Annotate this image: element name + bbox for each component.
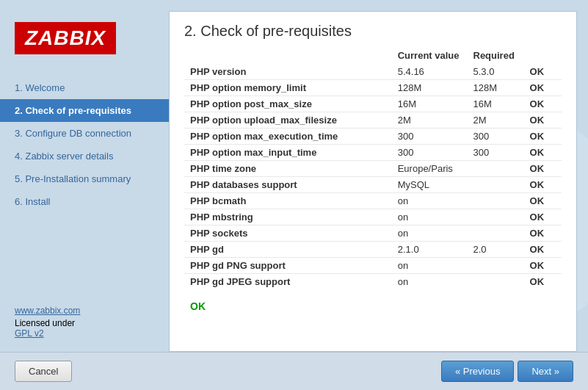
- row-required: 128M: [468, 80, 524, 96]
- sidebar-footer: www.zabbix.com Licensed under GPL v2: [0, 295, 169, 352]
- page-title: 2. Check of pre-requisites: [170, 12, 576, 47]
- row-status: OK: [524, 112, 562, 129]
- row-required: [468, 209, 524, 225]
- row-name: PHP option memory_limit: [184, 80, 392, 96]
- row-status: OK: [524, 258, 562, 274]
- sidebar-item-prereq[interactable]: 2. Check of pre-requisites: [0, 99, 169, 122]
- zabbix-link[interactable]: www.zabbix.com: [15, 306, 154, 316]
- prereq-table: Current value Required PHP version5.4.16…: [184, 47, 562, 289]
- table-row: PHP bcmathonOK: [184, 193, 562, 209]
- table-row: PHP version5.4.165.3.0OK: [184, 64, 562, 80]
- row-required: [468, 274, 524, 290]
- row-status: OK: [524, 145, 562, 161]
- row-name: PHP gd PNG support: [184, 258, 392, 274]
- row-required: 16M: [468, 96, 524, 112]
- col-header-name: [184, 47, 392, 64]
- row-name: PHP option post_max_size: [184, 96, 392, 112]
- row-status: OK: [524, 209, 562, 225]
- cancel-button[interactable]: Cancel: [15, 361, 72, 382]
- row-required: [468, 225, 524, 242]
- nav-buttons: « Previous Next »: [441, 361, 573, 382]
- row-current: 128M: [392, 80, 468, 96]
- row-current: 2.1.0: [392, 242, 468, 258]
- sidebar-item-preinstall[interactable]: 5. Pre-Installation summary: [0, 167, 169, 190]
- row-status: OK: [524, 64, 562, 80]
- row-status: OK: [524, 161, 562, 177]
- bottom-bar: Cancel « Previous Next »: [0, 352, 588, 390]
- row-name: PHP time zone: [184, 161, 392, 177]
- table-wrapper[interactable]: Current value Required PHP version5.4.16…: [170, 47, 576, 351]
- table-row: PHP gd JPEG supportonOK: [184, 274, 562, 290]
- col-header-status: [524, 47, 562, 64]
- row-required: [468, 193, 524, 209]
- row-current: 300: [392, 145, 468, 161]
- table-row: PHP socketsonOK: [184, 225, 562, 242]
- row-current: MySQL: [392, 177, 468, 193]
- row-current: 2M: [392, 112, 468, 129]
- row-current: 300: [392, 129, 468, 145]
- col-header-required: Required: [468, 47, 524, 64]
- summary-ok: OK: [184, 289, 562, 316]
- table-row: PHP gd2.1.02.0OK: [184, 242, 562, 258]
- row-current: on: [392, 225, 468, 242]
- row-required: 2.0: [468, 242, 524, 258]
- row-required: [468, 258, 524, 274]
- row-status: OK: [524, 225, 562, 242]
- row-name: PHP option max_input_time: [184, 145, 392, 161]
- next-button[interactable]: Next »: [518, 361, 573, 382]
- table-row: PHP mbstringonOK: [184, 209, 562, 225]
- row-name: PHP mbstring: [184, 209, 392, 225]
- row-status: OK: [524, 96, 562, 112]
- row-status: OK: [524, 177, 562, 193]
- row-current: Europe/Paris: [392, 161, 468, 177]
- row-required: 300: [468, 145, 524, 161]
- nav-items: 1. Welcome2. Check of pre-requisites3. C…: [0, 69, 169, 295]
- row-current: on: [392, 209, 468, 225]
- table-row: PHP option max_execution_time300300OK: [184, 129, 562, 145]
- row-current: on: [392, 274, 468, 290]
- row-name: PHP version: [184, 64, 392, 80]
- row-name: PHP gd: [184, 242, 392, 258]
- row-current: 5.4.16: [392, 64, 468, 80]
- row-current: 16M: [392, 96, 468, 112]
- table-row: PHP option max_input_time300300OK: [184, 145, 562, 161]
- logo-container: ZABBIX: [0, 15, 169, 69]
- row-name: PHP bcmath: [184, 193, 392, 209]
- sidebar-item-install[interactable]: 6. Install: [0, 190, 169, 213]
- row-current: on: [392, 193, 468, 209]
- sidebar-item-welcome[interactable]: 1. Welcome: [0, 76, 169, 99]
- row-name: PHP option upload_max_filesize: [184, 112, 392, 129]
- license-text: Licensed under GPL v2: [15, 318, 154, 339]
- row-status: OK: [524, 274, 562, 290]
- row-name: PHP databases support: [184, 177, 392, 193]
- row-required: [468, 161, 524, 177]
- logo: ZABBIX: [15, 22, 116, 54]
- sidebar-item-db[interactable]: 3. Configure DB connection: [0, 122, 169, 145]
- row-status: OK: [524, 193, 562, 209]
- table-row: PHP option memory_limit128M128MOK: [184, 80, 562, 96]
- previous-button[interactable]: « Previous: [441, 361, 514, 382]
- row-status: OK: [524, 80, 562, 96]
- table-row: PHP option post_max_size16M16MOK: [184, 96, 562, 112]
- row-status: OK: [524, 129, 562, 145]
- row-required: 300: [468, 129, 524, 145]
- row-required: 2M: [468, 112, 524, 129]
- sidebar: ZABBIX 1. Welcome2. Check of pre-requisi…: [0, 0, 169, 352]
- content-area: 2. Check of pre-requisites Current value…: [169, 11, 577, 352]
- row-name: PHP sockets: [184, 225, 392, 242]
- table-row: PHP option upload_max_filesize2M2MOK: [184, 112, 562, 129]
- sidebar-item-server[interactable]: 4. Zabbix server details: [0, 145, 169, 167]
- row-status: OK: [524, 242, 562, 258]
- row-required: 5.3.0: [468, 64, 524, 80]
- row-required: [468, 177, 524, 193]
- row-current: on: [392, 258, 468, 274]
- row-name: PHP gd JPEG support: [184, 274, 392, 290]
- table-row: PHP databases supportMySQLOK: [184, 177, 562, 193]
- col-header-current: Current value: [392, 47, 468, 64]
- table-row: PHP time zoneEurope/ParisOK: [184, 161, 562, 177]
- gpl-link[interactable]: GPL v2: [15, 328, 154, 339]
- table-row: PHP gd PNG supportonOK: [184, 258, 562, 274]
- row-name: PHP option max_execution_time: [184, 129, 392, 145]
